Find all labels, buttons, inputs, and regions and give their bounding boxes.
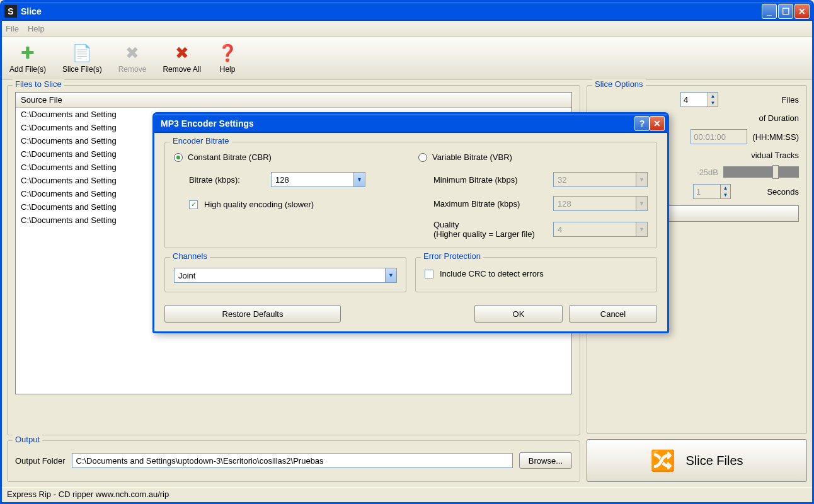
db-label: -25dB <box>696 168 718 177</box>
remove-button: ✖ Remove <box>116 42 149 75</box>
dialog-close-button[interactable]: ✕ <box>650 116 665 131</box>
quality-label: Quality <box>433 220 547 229</box>
quality-sublabel: (Higher quality = Larger file) <box>433 229 547 239</box>
browse-button[interactable]: Browse... <box>519 452 572 469</box>
slice-files-button[interactable]: 📄 Slice File(s) <box>60 42 105 75</box>
channels-fieldset: Channels Joint ▼ <box>164 257 406 292</box>
mp3-encoder-settings-dialog: MP3 Encoder Settings ? ✕ Encoder Bitrate… <box>152 112 669 333</box>
chevron-down-icon: ▼ <box>353 173 365 186</box>
min-bitrate-label: Minimum Bitrate (kbps) <box>433 175 547 185</box>
seconds-label: Seconds <box>736 187 799 197</box>
remove-icon: ✖ <box>122 43 142 64</box>
add-files-button[interactable]: ✚ Add File(s) <box>7 42 49 75</box>
bitrate-combo[interactable]: 128 ▼ <box>271 172 365 187</box>
max-bitrate-combo: 128 ▼ <box>553 196 648 211</box>
duration-unit: (HH:MM:SS) <box>752 132 799 142</box>
help-icon: ❓ <box>217 43 238 64</box>
slice-action-icon: 🔀 <box>650 449 675 472</box>
cbr-radio[interactable] <box>174 153 183 162</box>
crc-label: Include CRC to detect errors <box>440 269 544 278</box>
hq-label: High quality encoding (slower) <box>204 200 314 209</box>
spin-up-icon[interactable]: ▲ <box>708 93 718 100</box>
files-count-spinner[interactable]: 4 ▲▼ <box>680 92 718 107</box>
restore-defaults-button[interactable]: Restore Defaults <box>164 305 341 323</box>
remove-all-button[interactable]: ✖ Remove All <box>160 42 203 75</box>
output-folder-input[interactable] <box>72 453 513 468</box>
maximize-button[interactable]: ☐ <box>778 4 793 19</box>
dialog-title: MP3 Encoder Settings <box>161 118 634 129</box>
slider-thumb[interactable] <box>772 165 779 179</box>
slice-icon: 📄 <box>72 43 92 64</box>
output-folder-label: Output Folder <box>15 456 66 466</box>
output-legend: Output <box>13 435 42 444</box>
quality-combo: 4 ▼ <box>553 222 648 237</box>
channels-legend: Channels <box>170 251 210 261</box>
min-bitrate-combo: 32 ▼ <box>553 172 648 187</box>
bitrate-label: Bitrate (kbps): <box>189 175 265 185</box>
tracks-label: vidual Tracks <box>751 151 799 160</box>
chevron-down-icon: ▼ <box>636 222 647 236</box>
spin-up-icon: ▲ <box>721 185 730 192</box>
help-button[interactable]: ❓ Help <box>215 42 240 75</box>
app-icon: S <box>4 5 17 18</box>
max-bitrate-label: Maximum Bitrate (kbps) <box>433 199 547 209</box>
threshold-slider[interactable] <box>723 166 799 178</box>
slice-options-legend: Slice Options <box>592 79 646 89</box>
titlebar[interactable]: S Slice _ ☐ ✕ <box>2 2 812 21</box>
chevron-down-icon: ▼ <box>636 197 647 210</box>
menu-help[interactable]: Help <box>28 24 45 33</box>
crc-checkbox[interactable] <box>425 270 433 278</box>
chevron-down-icon: ▼ <box>636 173 647 186</box>
files-legend: Files to Slice <box>13 79 64 89</box>
menu-file[interactable]: File <box>6 24 19 33</box>
slice-files-main-button[interactable]: 🔀 Slice Files <box>587 439 807 482</box>
ok-button[interactable]: OK <box>474 305 563 323</box>
high-quality-checkbox[interactable]: ✓ <box>189 200 198 209</box>
window-title: Slice <box>21 6 762 16</box>
encoder-bitrate-fieldset: Encoder Bitrate Constant Bitrate (CBR) B… <box>164 142 657 248</box>
dialog-help-button[interactable]: ? <box>634 116 650 131</box>
remove-all-icon: ✖ <box>172 43 192 64</box>
vbr-radio[interactable] <box>418 153 427 162</box>
source-file-header[interactable]: Source File <box>16 93 571 108</box>
close-button[interactable]: ✕ <box>794 4 810 19</box>
vbr-label: Variable Bitrate (VBR) <box>432 152 512 162</box>
cbr-label: Constant Bitrate (CBR) <box>188 152 272 162</box>
seconds-spinner: 1 ▲▼ <box>693 184 731 199</box>
bitrate-legend: Encoder Bitrate <box>170 136 232 146</box>
statusbar: Express Rip - CD ripper www.nch.com.au/r… <box>2 487 812 502</box>
toolbar: ✚ Add File(s) 📄 Slice File(s) ✖ Remove ✖… <box>2 37 812 80</box>
dialog-titlebar[interactable]: MP3 Encoder Settings ? ✕ <box>154 114 667 133</box>
error-legend: Error Protection <box>421 251 483 261</box>
plus-icon: ✚ <box>18 43 38 64</box>
error-protection-fieldset: Error Protection Include CRC to detect e… <box>415 257 657 292</box>
cancel-button[interactable]: Cancel <box>569 305 657 323</box>
minimize-button[interactable]: _ <box>762 4 777 19</box>
spin-down-icon: ▼ <box>721 192 730 198</box>
menubar: File Help <box>2 21 812 37</box>
spin-down-icon[interactable]: ▼ <box>708 100 718 106</box>
files-label: Files <box>723 95 799 105</box>
output-group: Output Output Folder Browse... <box>7 440 580 482</box>
duration-spinner: 00:01:00 <box>691 129 747 144</box>
channels-combo[interactable]: Joint ▼ <box>174 268 397 283</box>
duration-label: of Duration <box>759 113 799 123</box>
chevron-down-icon: ▼ <box>385 268 396 282</box>
